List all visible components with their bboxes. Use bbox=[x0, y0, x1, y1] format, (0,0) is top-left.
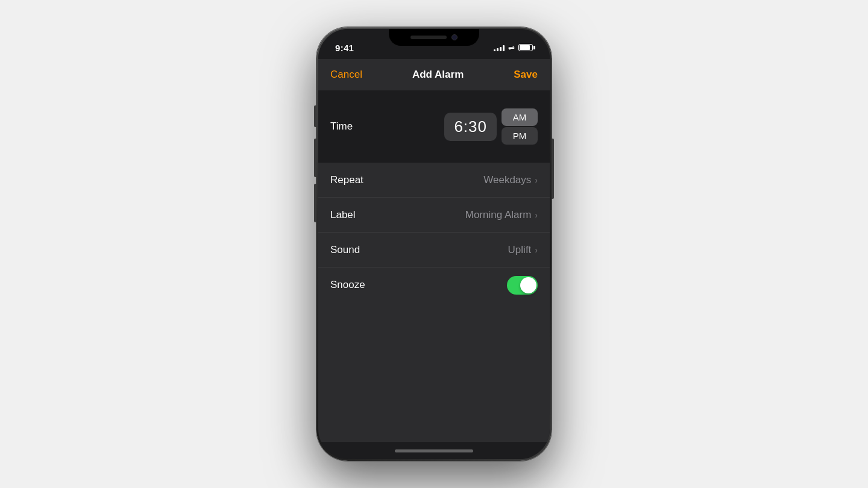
front-camera bbox=[451, 34, 458, 40]
cancel-button[interactable]: Cancel bbox=[330, 69, 362, 81]
snooze-toggle[interactable] bbox=[507, 276, 538, 295]
am-pm-group: AM PM bbox=[502, 108, 538, 145]
label-row[interactable]: Label Morning Alarm › bbox=[318, 198, 550, 233]
label-value: Morning Alarm bbox=[465, 209, 532, 221]
toggle-knob bbox=[520, 277, 536, 293]
navigation-bar: Cancel Add Alarm Save bbox=[318, 59, 550, 90]
wifi-icon: ⇌ bbox=[508, 43, 515, 52]
time-row: Time 6:30 AM PM bbox=[330, 108, 538, 145]
am-button[interactable]: AM bbox=[502, 108, 538, 126]
notch bbox=[389, 29, 479, 46]
repeat-chevron-icon: › bbox=[535, 175, 538, 185]
phone-screen: 9:41 ⇌ Cancel Add Alarm Save bbox=[318, 29, 550, 459]
bottom-bar bbox=[318, 442, 550, 459]
label-chevron-icon: › bbox=[535, 210, 538, 220]
battery-icon bbox=[518, 44, 533, 51]
repeat-right: Weekdays › bbox=[483, 174, 538, 186]
pm-button[interactable]: PM bbox=[502, 127, 538, 145]
time-label: Time bbox=[330, 120, 353, 133]
signal-icon bbox=[494, 44, 505, 51]
power-button[interactable] bbox=[552, 139, 554, 199]
status-bar: 9:41 ⇌ bbox=[318, 29, 550, 59]
status-time: 9:41 bbox=[335, 43, 354, 53]
repeat-value: Weekdays bbox=[483, 174, 531, 186]
save-button[interactable]: Save bbox=[514, 69, 538, 81]
battery-fill bbox=[520, 45, 530, 50]
time-picker-section: Time 6:30 AM PM bbox=[318, 90, 550, 163]
page-title: Add Alarm bbox=[412, 69, 464, 81]
volume-down-button[interactable] bbox=[314, 184, 316, 222]
home-indicator[interactable] bbox=[395, 449, 473, 452]
snooze-label: Snooze bbox=[330, 279, 365, 291]
label-label: Label bbox=[330, 209, 356, 221]
sound-right: Uplift › bbox=[508, 244, 538, 256]
phone-device: 9:41 ⇌ Cancel Add Alarm Save bbox=[316, 27, 552, 461]
speaker bbox=[410, 36, 447, 39]
time-value[interactable]: 6:30 bbox=[444, 113, 497, 141]
sound-chevron-icon: › bbox=[535, 245, 538, 255]
status-icons: ⇌ bbox=[494, 43, 533, 52]
sound-row[interactable]: Sound Uplift › bbox=[318, 233, 550, 267]
volume-up-button[interactable] bbox=[314, 139, 316, 177]
snooze-row[interactable]: Snooze bbox=[318, 267, 550, 302]
label-right: Morning Alarm › bbox=[465, 209, 538, 221]
time-controls: 6:30 AM PM bbox=[444, 108, 538, 145]
silent-switch[interactable] bbox=[314, 105, 316, 127]
repeat-label: Repeat bbox=[330, 174, 363, 186]
settings-list: Repeat Weekdays › Label Morning Alarm › … bbox=[318, 163, 550, 442]
sound-value: Uplift bbox=[508, 244, 532, 256]
sound-label: Sound bbox=[330, 244, 360, 256]
repeat-row[interactable]: Repeat Weekdays › bbox=[318, 163, 550, 198]
